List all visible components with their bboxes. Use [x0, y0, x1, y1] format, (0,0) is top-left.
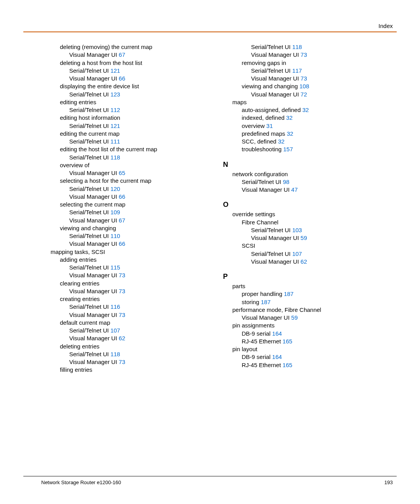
index-entry: Serial/Telnet UI 121: [69, 122, 213, 130]
index-entry-text: pin assignments: [233, 322, 275, 329]
index-entry-text: Serial/Telnet UI: [242, 178, 283, 185]
index-entry-text: Visual Manager UI: [242, 186, 291, 193]
index-entry: Visual Manager UI 62: [251, 258, 395, 266]
index-entry-text: adding entries: [60, 256, 96, 263]
index-entry: Visual Manager UI 72: [251, 91, 395, 98]
page-reference-link[interactable]: 117: [292, 67, 302, 74]
index-entry: removing gaps in: [242, 59, 395, 67]
index-entry-text: Serial/Telnet UI: [69, 264, 110, 271]
page-reference-link[interactable]: 157: [283, 146, 293, 152]
page-reference-link[interactable]: 121: [110, 122, 120, 129]
page-reference-link[interactable]: 164: [272, 330, 282, 337]
page-reference-link[interactable]: 187: [284, 290, 294, 297]
page-reference-link[interactable]: 66: [119, 193, 125, 200]
page-reference-link[interactable]: 165: [283, 338, 292, 345]
index-entry-text: Visual Manager UI: [69, 51, 119, 58]
index-entry: deleting (removing) the current map: [60, 43, 213, 51]
page-reference-link[interactable]: 118: [292, 44, 302, 50]
page-reference-link[interactable]: 111: [110, 138, 120, 145]
index-entry-text: Visual Manager UI: [251, 258, 301, 265]
index-entry-text: creating entries: [60, 296, 100, 302]
page-reference-link[interactable]: 72: [301, 91, 307, 98]
index-entry: auto-assigned, defined 32: [242, 106, 395, 114]
index-entry: Visual Manager UI 59: [251, 234, 395, 242]
page-reference-link[interactable]: 123: [110, 91, 120, 98]
index-entry-text: auto-assigned, defined: [242, 107, 303, 113]
page-reference-link[interactable]: 107: [292, 250, 302, 257]
page-reference-link[interactable]: 32: [302, 107, 309, 113]
index-entry-text: deleting (removing) the current map: [60, 44, 152, 50]
page-reference-link[interactable]: 73: [119, 272, 125, 278]
index-entry-text: Visual Manager UI: [251, 234, 301, 241]
page-reference-link[interactable]: 118: [110, 351, 120, 357]
page-reference-link[interactable]: 66: [119, 240, 125, 247]
page-reference-link[interactable]: 31: [266, 122, 273, 129]
page-reference-link[interactable]: 62: [301, 258, 307, 265]
left-column: deleting (removing) the current mapVisua…: [41, 43, 213, 374]
page-reference-link[interactable]: 59: [301, 234, 307, 241]
page-reference-link[interactable]: 98: [283, 178, 289, 185]
index-entry-text: Serial/Telnet UI: [69, 122, 110, 129]
index-entry-text: performance mode, Fibre Channel: [233, 306, 321, 313]
index-entry: maps: [233, 98, 395, 106]
page-reference-link[interactable]: 115: [110, 264, 120, 271]
page-reference-link[interactable]: 120: [110, 186, 120, 192]
index-entry: Serial/Telnet UI 123: [69, 91, 213, 98]
index-entry: selecting the current map: [60, 201, 213, 208]
header-rule: [23, 32, 397, 32]
page-reference-link[interactable]: 109: [110, 209, 120, 215]
index-entry-text: Visual Manager UI: [69, 272, 119, 278]
index-entry-text: editing host information: [60, 114, 120, 121]
index-entry: Serial/Telnet UI 118: [69, 154, 213, 161]
index-entry: Serial/Telnet UI 107: [69, 327, 213, 334]
index-entry: creating entries: [60, 295, 213, 303]
index-entry-text: Visual Manager UI: [69, 217, 119, 224]
index-entry-text: deleting a host from the host list: [60, 60, 142, 66]
page-reference-link[interactable]: 67: [119, 217, 125, 224]
index-entry: adding entries: [60, 256, 213, 264]
page-reference-link[interactable]: 32: [286, 114, 293, 121]
page-reference-link[interactable]: 47: [291, 186, 298, 193]
index-entry-text: viewing and changing: [242, 83, 299, 89]
page-reference-link[interactable]: 66: [119, 75, 125, 82]
page-reference-link[interactable]: 116: [110, 303, 120, 310]
index-entry: Fibre Channel: [242, 219, 395, 226]
index-entry-text: SCSI: [242, 242, 256, 249]
page-reference-link[interactable]: 165: [283, 362, 292, 368]
footer-page-number: 193: [384, 480, 393, 485]
page-reference-link[interactable]: 164: [272, 354, 282, 360]
index-entry: Visual Manager UI 59: [242, 314, 395, 322]
page-reference-link[interactable]: 103: [292, 227, 302, 233]
page-reference-link[interactable]: 118: [110, 154, 120, 161]
page-reference-link[interactable]: 73: [301, 51, 307, 58]
page-reference-link[interactable]: 73: [119, 359, 125, 365]
page-reference-link[interactable]: 73: [301, 75, 307, 82]
page-reference-link[interactable]: 108: [299, 83, 309, 89]
index-entry: SCSI: [242, 242, 395, 250]
page-reference-link[interactable]: 73: [119, 288, 125, 294]
index-entry: Visual Manager UI 73: [69, 271, 213, 279]
page-reference-link[interactable]: 67: [119, 51, 125, 58]
index-entry: indexed, defined 32: [242, 114, 395, 122]
index-entry-text: Serial/Telnet UI: [69, 186, 110, 192]
page-reference-link[interactable]: 107: [110, 327, 120, 334]
page-reference-link[interactable]: 73: [119, 312, 125, 318]
index-entry: Visual Manager UI 67: [69, 51, 213, 59]
page-reference-link[interactable]: 62: [119, 335, 125, 341]
index-entry-text: Visual Manager UI: [69, 193, 119, 200]
index-entry: network configuration: [233, 170, 395, 178]
index-entry: predefined maps 32: [242, 130, 395, 138]
page-reference-link[interactable]: 32: [287, 130, 293, 137]
page-reference-link[interactable]: 121: [110, 67, 120, 74]
page-reference-link[interactable]: 32: [278, 138, 285, 145]
index-entry-text: selecting a host for the current map: [60, 177, 151, 184]
page-reference-link[interactable]: 65: [119, 170, 125, 176]
index-entry: Visual Manager UI 73: [251, 75, 395, 82]
index-entry: default current map: [60, 319, 213, 327]
page-reference-link[interactable]: 187: [261, 299, 271, 305]
page-reference-link[interactable]: 112: [110, 107, 120, 113]
index-entry-text: Serial/Telnet UI: [251, 227, 292, 233]
page-reference-link[interactable]: 59: [291, 314, 298, 321]
index-entry-text: Serial/Telnet UI: [69, 107, 110, 113]
page-reference-link[interactable]: 110: [110, 233, 120, 239]
